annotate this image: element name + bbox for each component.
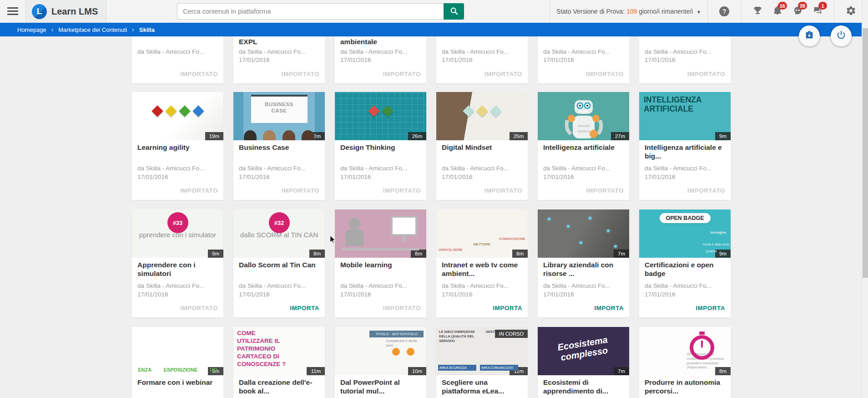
chevron-right-icon: › [51, 26, 54, 33]
import-action[interactable]: IMPORTA [696, 305, 725, 311]
card-title: Intelligenza artificiale [543, 143, 624, 152]
content-card[interactable]: 11m COME UTILIZZARE IL PATRIMONIO CARTAC… [233, 327, 325, 398]
content-card[interactable]: 26m Design Thinking da Skilla - Amicucci… [335, 92, 426, 200]
card-date: 17/01/2016 [137, 173, 218, 180]
card-title: Certificazioni e open badge [645, 260, 725, 278]
content-card[interactable]: 8m OINVOLGERECONDIVISIONEMETTERE Intrane… [436, 209, 528, 317]
breadcrumb-homepage[interactable]: Homepage [17, 26, 46, 33]
import-action[interactable]: IMPORTATO [383, 71, 421, 77]
course-thumbnail[interactable]: 26m [335, 92, 426, 140]
card-date: 17/01/2016 [239, 173, 319, 180]
content-card[interactable]: 10m TITOLO - SOTTOTITOLOComplicare è fac… [335, 327, 426, 398]
course-thumbnail[interactable]: 7m Ecosistema complesso [538, 327, 629, 375]
import-action[interactable]: IMPORTATO [180, 305, 218, 311]
import-action[interactable]: IMPORTATO [282, 71, 319, 77]
content-card[interactable]: 27m Intelligenza artificiale da Skilla -… [538, 92, 629, 200]
import-action[interactable]: IMPORTATO [180, 71, 218, 77]
card-title: Dallo Scorm al Tin Can [239, 260, 319, 269]
robot-illustration [561, 98, 606, 140]
course-thumbnail[interactable]: 27m [538, 92, 629, 140]
content-card[interactable]: 7m Library aziendali con risorse ... da … [538, 209, 629, 317]
hamburger-menu-icon[interactable] [7, 7, 18, 15]
course-thumbnail[interactable]: 19m [132, 92, 223, 140]
card-provider: da Skilla - Amicucci Fo... [239, 282, 319, 289]
card-provider: da Skilla - Amicucci Fo... [543, 165, 624, 172]
thumbnail-text: ENZA ESPOSIZIONE CO [134, 367, 222, 372]
search-input[interactable] [177, 3, 444, 20]
import-action[interactable]: IMPORTA [290, 305, 319, 311]
scrollbar-thumb[interactable] [863, 28, 868, 278]
import-action[interactable]: IMPORTATO [383, 187, 421, 194]
content-card[interactable]: 32m BUSINESS CASE Business Case da Skill… [233, 92, 325, 200]
content-card[interactable]: 19m Learning agility da Skilla - Amicucc… [132, 92, 223, 200]
card-provider: da Skilla - Amicucci Fo... [645, 165, 725, 172]
import-action[interactable]: IMPORTATO [180, 187, 218, 194]
import-content-fab[interactable] [799, 26, 820, 46]
settings-button[interactable] [843, 0, 858, 23]
import-action[interactable]: IMPORTATO [586, 71, 624, 77]
gear-icon [846, 5, 856, 18]
content-card[interactable]: 9m INTELLIGENZA ARTIFICIALE Intelligenza… [639, 92, 731, 200]
duration-badge: 27m [611, 132, 629, 140]
course-thumbnail[interactable]: 9m OPEN BADGEImmagineCome è stato conoQu… [639, 209, 731, 258]
course-thumbnail[interactable]: 7m [538, 209, 629, 258]
chevron-right-icon: › [132, 26, 134, 33]
power-icon [836, 30, 846, 42]
course-thumbnail[interactable]: 9m pprendere con i simulator#33 [132, 209, 223, 258]
course-thumbnail[interactable]: 8m [335, 209, 426, 258]
card-provider: da Skilla - Amicucci Fo... [239, 48, 319, 55]
card-date: 17/01/2016 [340, 56, 421, 63]
content-card[interactable]: 9m OPEN BADGEImmagineCome è stato conoQu… [639, 209, 731, 317]
course-thumbnail[interactable]: 8m Gli authoring tools consentono un pro… [639, 327, 731, 375]
duration-badge: 7m [614, 250, 629, 258]
content-card[interactable]: 8m Mobile learning da Skilla - Amicucci … [335, 209, 426, 317]
breadcrumb-marketplace[interactable]: Marketplace dei Contenuti [58, 26, 127, 33]
content-card[interactable]: 9m pprendere con i simulator#33 Apprende… [132, 209, 223, 317]
thumbnail-text: Quando [706, 249, 717, 253]
gamification-button[interactable] [750, 0, 765, 23]
thumbnail-art [179, 106, 190, 117]
trial-status[interactable]: Stato Versione di Prova: 109 giorno/i ri… [556, 8, 701, 15]
messages-button[interactable]: 1 [810, 0, 825, 23]
thumbnail-art [192, 106, 204, 117]
person-illustration [348, 218, 360, 230]
content-card[interactable]: 11m LE DIECI DIMENSIONI DELLA QUALITÀ DE… [436, 327, 528, 398]
content-card[interactable]: 8m Gli authoring tools consentono un pro… [639, 327, 731, 398]
course-thumbnail[interactable]: 10m TITOLO - SOTTOTITOLOComplicare è fac… [335, 327, 426, 375]
content-card[interactable]: 8m dallo SCORM al TIN CAN#32 Dallo Scorm… [233, 209, 325, 317]
help-button[interactable]: ? [717, 0, 732, 23]
course-thumbnail[interactable]: 8m OINVOLGERECONDIVISIONEMETTERE [436, 209, 528, 258]
course-thumbnail[interactable]: 11m COME UTILIZZARE IL PATRIMONIO CARTAC… [233, 327, 325, 375]
import-action[interactable]: IMPORTATO [586, 187, 624, 194]
course-thumbnail[interactable]: 9m ENZA ESPOSIZIONE CO [132, 327, 223, 375]
course-thumbnail[interactable]: 8m dallo SCORM al TIN CAN#32 [233, 209, 325, 258]
import-action[interactable]: IMPORTATO [383, 305, 421, 311]
content-card[interactable]: 7m Ecosistema complesso Ecosistemi di ap… [538, 327, 629, 398]
search-button[interactable] [444, 3, 464, 20]
card-date: 17/01/2016 [543, 291, 624, 298]
logout-fab[interactable] [831, 26, 852, 46]
import-action[interactable]: IMPORTATO [484, 71, 522, 77]
course-thumbnail[interactable]: 32m BUSINESS CASE [233, 92, 325, 140]
import-action[interactable]: IMPORTATO [687, 71, 725, 77]
import-action[interactable]: IMPORTA [594, 305, 624, 311]
content-card[interactable]: 25m Digital Mindset da Skilla - Amicucci… [436, 92, 528, 200]
assistant-button[interactable]: 39 [790, 0, 805, 23]
thumb-screen-text: BUSINESS CASE [251, 95, 308, 123]
import-action[interactable]: IMPORTA [493, 305, 522, 311]
app-logo[interactable]: L Learn LMS [25, 0, 106, 23]
import-action[interactable]: IMPORTATO [282, 187, 319, 194]
thumbnail-text: Come è stato cono [702, 242, 729, 246]
import-action[interactable]: IMPORTATO [687, 187, 725, 194]
course-thumbnail[interactable]: 11m LE DIECI DIMENSIONI DELLA QUALITÀ DE… [436, 327, 528, 375]
thumbnail-art [407, 348, 414, 356]
course-thumbnail[interactable]: 9m INTELLIGENZA ARTIFICIALE [639, 92, 731, 140]
scrollbar-track[interactable] [862, 0, 868, 398]
import-action[interactable]: IMPORTATO [484, 187, 522, 194]
thumbnail-art [283, 130, 295, 140]
notifications-button[interactable]: 16 [770, 0, 785, 23]
app-title: Learn LMS [51, 6, 98, 17]
course-thumbnail[interactable]: 25m [436, 92, 528, 140]
thumbnail-text: Ecosistema complesso [542, 332, 625, 366]
content-card[interactable]: 9m ENZA ESPOSIZIONE CO Formare con i web… [132, 327, 223, 398]
